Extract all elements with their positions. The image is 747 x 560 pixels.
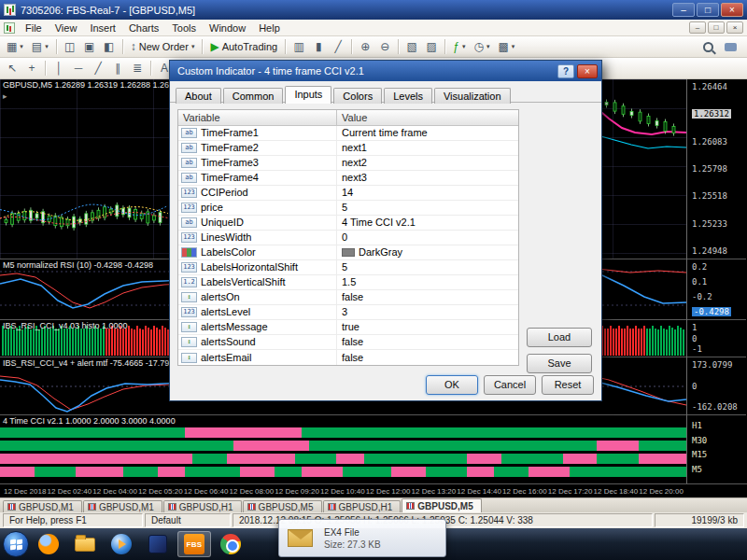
tab-visualization[interactable]: Visualization xyxy=(434,88,511,104)
search-button[interactable] xyxy=(698,38,717,56)
menu-window[interactable]: Window xyxy=(203,21,252,35)
input-row-lineswidth[interactable]: 123LinesWidth0 xyxy=(178,231,518,245)
input-row-labelshorizontalshift[interactable]: 123LabelsHorizontalShift5 xyxy=(178,260,518,275)
child-restore-button[interactable]: □ xyxy=(708,21,725,34)
new-chart-button[interactable]: ▦▾ xyxy=(3,38,27,56)
load-button[interactable]: Load xyxy=(527,328,592,347)
variable-value-cell[interactable]: next3 xyxy=(337,171,518,185)
variable-value-cell[interactable]: 14 xyxy=(337,186,518,200)
chart-tab[interactable]: GBPUSD,M1 xyxy=(83,500,162,512)
minimize-button[interactable]: – xyxy=(672,3,695,17)
autotrading-button[interactable]: ▶AutoTrading xyxy=(206,38,281,56)
tab-common[interactable]: Common xyxy=(223,88,284,104)
start-button[interactable] xyxy=(3,531,29,557)
input-row-uniqueid[interactable]: abUniqueID4 Time CCI v2.1 xyxy=(178,216,518,231)
cursor-button[interactable]: ↖ xyxy=(3,60,21,77)
chart-line-button[interactable]: ╱ xyxy=(329,38,347,56)
save-button[interactable]: Save xyxy=(527,354,592,373)
price-scale[interactable]: 1.264641.263121.260831.257981.255181.252… xyxy=(687,79,746,483)
time-axis[interactable]: 12 Dec 201812 Dec 02:4012 Dec 04:0012 De… xyxy=(0,483,747,497)
cascade-windows-button[interactable]: ▨ xyxy=(422,38,441,56)
profiles-button[interactable]: ▤▾ xyxy=(28,38,52,56)
taskbar-fbs-terminal[interactable]: FBS xyxy=(177,531,211,557)
input-row-timeframe3[interactable]: abTimeFrame3next2 xyxy=(178,156,518,171)
tab-colors[interactable]: Colors xyxy=(333,88,382,104)
close-button[interactable]: × xyxy=(721,3,743,17)
menu-insert[interactable]: Insert xyxy=(83,21,122,35)
chart-tab[interactable]: GBPUSD,M5 xyxy=(402,498,481,512)
data-window-button[interactable]: ▣ xyxy=(80,38,99,56)
taskbar-media-player[interactable] xyxy=(105,531,138,557)
input-row-alertslevel[interactable]: 123alertsLevel3 xyxy=(178,305,518,320)
dialog-help-button[interactable]: ? xyxy=(557,64,574,78)
variable-value-cell[interactable]: Current time frame xyxy=(337,126,518,140)
input-row-price[interactable]: 123price5 xyxy=(178,201,518,216)
child-minimize-button[interactable]: – xyxy=(689,21,706,34)
reset-button[interactable]: Reset xyxy=(542,375,594,395)
navigator-button[interactable]: ◧ xyxy=(100,38,119,56)
new-order-button[interactable]: ↕New Order▾ xyxy=(127,38,199,56)
menu-charts[interactable]: Charts xyxy=(122,21,165,35)
input-row-alertson[interactable]: ↕alertsOnfalse xyxy=(178,290,518,305)
chat-button[interactable] xyxy=(721,38,740,56)
trendline-button[interactable]: ╱ xyxy=(89,60,107,77)
variable-value-cell[interactable]: 5 xyxy=(337,201,518,215)
menu-tools[interactable]: Tools xyxy=(165,21,203,35)
vertical-line-button[interactable]: │ xyxy=(49,60,68,77)
templates-button[interactable]: ▩▾ xyxy=(494,38,518,56)
market-watch-button[interactable]: ◫ xyxy=(61,38,79,56)
variable-value-cell[interactable]: false xyxy=(337,350,518,365)
taskbar-chrome[interactable] xyxy=(214,531,247,557)
horizontal-line-button[interactable]: ─ xyxy=(69,60,88,77)
chart-tab[interactable]: GBPUSD,M1 xyxy=(3,500,82,512)
restore-button[interactable]: □ xyxy=(697,3,719,17)
taskbar-office-app[interactable] xyxy=(141,531,175,557)
input-row-alertssound[interactable]: ↕alertsSoundfalse xyxy=(178,335,518,350)
menu-file[interactable]: File xyxy=(19,21,49,35)
chart-tab[interactable]: GBPUSD,H1 xyxy=(323,500,402,512)
one-click-trading-arrow[interactable]: ▸ xyxy=(3,91,7,101)
input-row-timeframe1[interactable]: abTimeFrame1Current time frame xyxy=(178,126,518,141)
dialog-close-button[interactable]: × xyxy=(577,64,598,78)
tab-about[interactable]: About xyxy=(176,88,221,104)
menu-help[interactable]: Help xyxy=(252,21,287,35)
cancel-button[interactable]: Cancel xyxy=(484,375,536,395)
input-row-labelsverticalshift[interactable]: 1.2LabelsVerticalShift1.5 xyxy=(178,275,518,290)
variable-value-cell[interactable]: false xyxy=(337,335,518,349)
variable-value-cell[interactable]: false xyxy=(337,290,518,304)
chart-bars-button[interactable]: ▥ xyxy=(289,38,308,56)
input-row-labelscolor[interactable]: LabelsColorDarkGray xyxy=(178,245,518,260)
taskbar-explorer[interactable] xyxy=(68,531,102,557)
tab-inputs[interactable]: Inputs xyxy=(285,86,331,104)
variable-value-cell[interactable]: next2 xyxy=(337,156,518,170)
indicators-button[interactable]: ƒ▾ xyxy=(449,38,469,56)
variable-value-cell[interactable]: DarkGray xyxy=(337,245,518,259)
input-row-alertsmessage[interactable]: ↕alertsMessagetrue xyxy=(178,320,518,335)
ok-button[interactable]: OK xyxy=(426,375,478,395)
crosshair-button[interactable]: + xyxy=(22,60,41,77)
chart-tab[interactable]: GBPUSD,M5 xyxy=(243,500,322,512)
equidistant-channel-button[interactable]: ∥ xyxy=(108,60,127,77)
input-row-alertsemail[interactable]: ↕alertsEmailfalse xyxy=(178,350,518,365)
variable-value-cell[interactable]: 1.5 xyxy=(337,275,518,289)
child-close-button[interactable]: × xyxy=(726,21,743,34)
chart-tab[interactable]: GBPUSD,H1 xyxy=(163,500,242,512)
variable-value-cell[interactable]: 4 Time CCI v2.1 xyxy=(337,216,518,230)
chart-candles-button[interactable]: ▮ xyxy=(309,38,328,56)
variable-value-cell[interactable]: true xyxy=(337,320,518,334)
input-row-cciperiod[interactable]: 123CCIPeriod14 xyxy=(178,186,518,201)
variable-value-cell[interactable]: 5 xyxy=(337,260,518,274)
periods-button[interactable]: ◷▾ xyxy=(470,38,493,56)
mtf-cci-pane[interactable]: 4 Time CCI v2.1 1.0000 2.0000 3.0000 4.0… xyxy=(0,415,686,480)
variable-value-cell[interactable]: 0 xyxy=(337,231,518,245)
zoom-out-button[interactable]: ⊖ xyxy=(375,38,394,56)
zoom-in-button[interactable]: ⊕ xyxy=(356,38,374,56)
variable-value-cell[interactable]: 3 xyxy=(337,305,518,319)
tab-levels[interactable]: Levels xyxy=(384,88,432,104)
variable-value-cell[interactable]: next1 xyxy=(337,141,518,155)
input-row-timeframe4[interactable]: abTimeFrame4next3 xyxy=(178,171,518,186)
tile-windows-button[interactable]: ▧ xyxy=(402,38,421,56)
input-row-timeframe2[interactable]: abTimeFrame2next1 xyxy=(178,141,518,156)
menu-view[interactable]: View xyxy=(49,21,84,35)
fibonacci-button[interactable]: ≣ xyxy=(128,60,147,77)
